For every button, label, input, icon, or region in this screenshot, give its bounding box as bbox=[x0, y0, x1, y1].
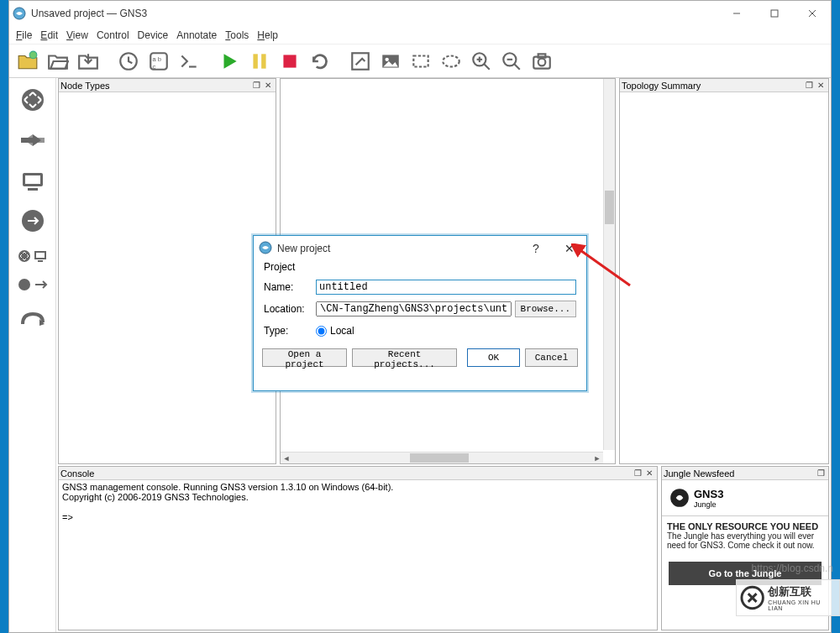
new-project-icon[interactable] bbox=[14, 48, 41, 75]
menu-view[interactable]: View bbox=[66, 29, 88, 41]
svg-point-38 bbox=[18, 279, 30, 290]
open-project-icon[interactable] bbox=[45, 48, 71, 75]
draw-rect-icon[interactable] bbox=[407, 48, 434, 75]
svg-rect-17 bbox=[413, 55, 428, 66]
name-label: Name: bbox=[264, 281, 316, 293]
svg-line-24 bbox=[514, 64, 520, 70]
svg-text:c: c bbox=[152, 62, 155, 70]
pause-icon[interactable] bbox=[246, 48, 273, 75]
menu-device[interactable]: Device bbox=[138, 29, 169, 41]
menu-edit[interactable]: Edit bbox=[40, 29, 58, 41]
screenshot-icon[interactable] bbox=[528, 48, 555, 75]
type-local-radio[interactable] bbox=[316, 326, 327, 337]
maximize-button[interactable] bbox=[755, 1, 793, 26]
node-types-panel: Node Types ❐ ✕ bbox=[58, 78, 276, 464]
stop-icon[interactable] bbox=[276, 48, 303, 75]
svg-rect-32 bbox=[28, 188, 38, 191]
end-devices-icon[interactable] bbox=[14, 165, 51, 196]
security-devices-icon[interactable] bbox=[14, 206, 51, 236]
all-devices-icon[interactable] bbox=[14, 246, 51, 266]
device-toolbar bbox=[9, 78, 56, 632]
console-icon[interactable] bbox=[176, 48, 202, 75]
svg-rect-2 bbox=[771, 10, 778, 17]
topology-title: Topology Summary bbox=[622, 81, 803, 91]
dialog-title: New project bbox=[277, 243, 330, 254]
node-types-body[interactable] bbox=[59, 92, 276, 463]
svg-rect-31 bbox=[25, 175, 40, 184]
menu-control[interactable]: Control bbox=[97, 29, 129, 41]
close-icon[interactable]: ✕ bbox=[262, 81, 274, 90]
project-group-label: Project bbox=[264, 261, 576, 276]
console-output[interactable]: GNS3 management console. Running GNS3 ve… bbox=[59, 480, 657, 630]
watermark-sub: CHUANG XIN HU LIAN bbox=[768, 599, 836, 611]
recent-projects-button[interactable]: Recent projects... bbox=[352, 348, 457, 367]
show-names-icon[interactable]: a bc bbox=[145, 48, 172, 75]
svg-rect-37 bbox=[38, 260, 43, 262]
svg-rect-13 bbox=[283, 55, 296, 67]
help-button[interactable]: ? bbox=[519, 242, 553, 255]
add-link-icon[interactable] bbox=[14, 303, 51, 333]
ok-button[interactable]: OK bbox=[467, 348, 520, 367]
vertical-scrollbar[interactable] bbox=[603, 79, 615, 450]
topology-panel: Topology Summary ❐ ✕ bbox=[619, 78, 829, 464]
jungle-brand: GNS3 bbox=[694, 488, 723, 500]
svg-point-18 bbox=[443, 55, 459, 66]
jungle-logo: GNS3 Jungle bbox=[662, 480, 828, 516]
insert-image-icon[interactable] bbox=[377, 48, 404, 75]
jungle-body: The Jungle has everything you will ever … bbox=[667, 531, 815, 550]
zoom-out-icon[interactable] bbox=[498, 48, 525, 75]
jungle-brand-sub: Jungle bbox=[694, 500, 723, 509]
app-icon bbox=[259, 241, 272, 257]
node-types-title: Node Types bbox=[60, 81, 250, 91]
reload-icon[interactable] bbox=[307, 48, 333, 75]
topology-body[interactable] bbox=[620, 92, 828, 463]
location-input[interactable] bbox=[316, 301, 512, 316]
minimize-button[interactable] bbox=[717, 1, 755, 26]
annotate-text-icon[interactable] bbox=[347, 48, 374, 75]
app-icon bbox=[13, 7, 26, 20]
svg-rect-11 bbox=[253, 54, 257, 68]
open-project-button[interactable]: Open a project bbox=[262, 348, 347, 367]
start-icon[interactable] bbox=[216, 48, 243, 75]
close-icon[interactable]: ✕ bbox=[643, 468, 655, 478]
jungle-headline: THE ONLY RESOURCE YOU NEED bbox=[667, 521, 818, 531]
menu-help[interactable]: Help bbox=[257, 29, 278, 41]
cancel-button[interactable]: Cancel bbox=[525, 348, 578, 367]
cloud-icon[interactable] bbox=[14, 276, 51, 293]
undock-icon[interactable]: ❐ bbox=[250, 81, 262, 90]
undock-icon[interactable]: ❐ bbox=[803, 81, 815, 90]
snapshot-icon[interactable] bbox=[115, 48, 142, 75]
console-title: Console bbox=[60, 468, 632, 479]
dialog-titlebar[interactable]: New project ? ✕ bbox=[254, 236, 586, 261]
menu-file[interactable]: File bbox=[16, 29, 32, 41]
menu-annotate[interactable]: Annotate bbox=[176, 29, 217, 41]
close-icon[interactable]: ✕ bbox=[815, 81, 827, 90]
svg-rect-36 bbox=[36, 253, 45, 258]
save-project-icon[interactable] bbox=[75, 48, 102, 75]
menu-tools[interactable]: Tools bbox=[225, 29, 249, 41]
faint-watermark: https://blog.csdn.n bbox=[752, 562, 833, 574]
routers-icon[interactable] bbox=[14, 85, 51, 115]
svg-rect-12 bbox=[261, 54, 265, 68]
svg-point-16 bbox=[386, 57, 389, 60]
horizontal-scrollbar[interactable]: ◄ ► bbox=[281, 452, 603, 463]
type-local-label: Local bbox=[330, 325, 354, 337]
titlebar[interactable]: Unsaved project — GNS3 bbox=[9, 1, 831, 26]
svg-line-20 bbox=[484, 64, 490, 70]
draw-ellipse-icon[interactable] bbox=[438, 48, 465, 75]
type-label: Type: bbox=[264, 325, 316, 337]
menubar: File Edit View Control Device Annotate T… bbox=[9, 26, 831, 44]
browse-button[interactable]: Browse... bbox=[515, 301, 576, 317]
watermark-brand: 创新互联 bbox=[768, 584, 836, 599]
svg-point-5 bbox=[29, 51, 37, 59]
close-button[interactable]: ✕ bbox=[553, 242, 586, 255]
close-button[interactable] bbox=[793, 1, 831, 26]
undock-icon[interactable]: ❐ bbox=[632, 468, 643, 478]
console-panel: Console ❐ ✕ GNS3 management console. Run… bbox=[58, 466, 658, 630]
svg-point-27 bbox=[538, 58, 546, 65]
name-input[interactable] bbox=[316, 280, 576, 295]
new-project-dialog: New project ? ✕ Project Name: Location: … bbox=[253, 235, 587, 391]
undock-icon[interactable]: ❐ bbox=[815, 468, 827, 478]
switches-icon[interactable] bbox=[14, 125, 51, 155]
zoom-in-icon[interactable] bbox=[468, 48, 495, 75]
